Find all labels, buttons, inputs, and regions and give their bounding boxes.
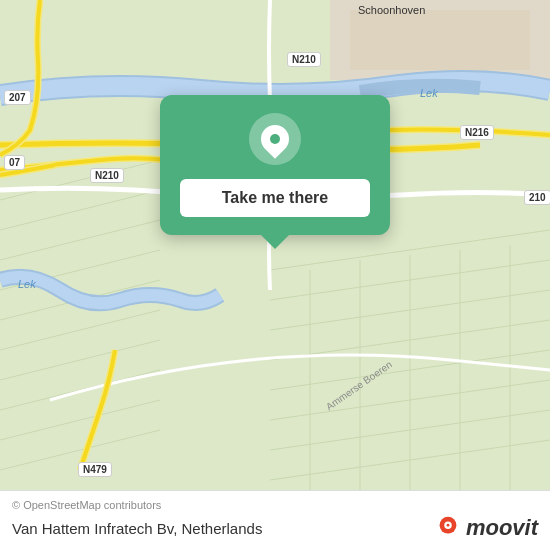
bottom-row: Van Hattem Infratech Bv, Netherlands moo… (12, 514, 538, 542)
map-area: N210 N210 N216 N479 207 07 210 Schoonhov… (0, 0, 550, 490)
moovit-text: moovit (466, 515, 538, 541)
moovit-icon (434, 514, 462, 542)
road-label-207: 207 (4, 90, 31, 105)
svg-rect-26 (350, 10, 530, 70)
copyright-text: © OpenStreetMap contributors (12, 499, 538, 511)
road-label-n210c: 210 (524, 190, 550, 205)
water-label-lek: Lek (420, 87, 438, 99)
road-label-n479: N479 (78, 462, 112, 477)
location-pin-icon (255, 119, 295, 159)
road-label-n216: N216 (460, 125, 494, 140)
road-label-n210: N210 (287, 52, 321, 67)
road-label-07: 07 (4, 155, 25, 170)
popup-card: Take me there (160, 95, 390, 235)
bottom-bar: © OpenStreetMap contributors Van Hattem … (0, 490, 550, 550)
road-label-n210b: N210 (90, 168, 124, 183)
svg-point-29 (446, 524, 449, 527)
location-name: Van Hattem Infratech Bv, Netherlands (12, 520, 262, 537)
moovit-logo: moovit (434, 514, 538, 542)
take-me-there-button[interactable]: Take me there (180, 179, 370, 217)
water-label-lek2: Lek (18, 278, 36, 290)
place-label-schoonhoven: Schoonhoven (358, 4, 425, 16)
location-icon-circle (249, 113, 301, 165)
